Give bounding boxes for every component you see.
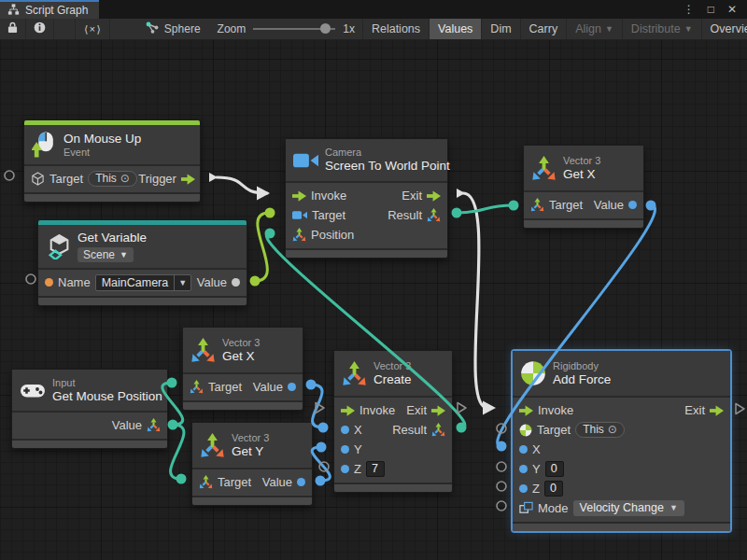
- node-ports: InvokeExit TargetResult Position: [286, 183, 447, 248]
- camera-icon: [293, 152, 318, 169]
- node-header[interactable]: CameraScreen To World Point: [286, 139, 447, 181]
- node-get-x-top[interactable]: Vector 3Get X TargetValue: [523, 145, 644, 229]
- flow-arrow-icon: [427, 190, 441, 202]
- view-button-carry[interactable]: Carry: [520, 19, 567, 39]
- node-header[interactable]: Get VariableScene▼: [38, 225, 247, 268]
- port-dot[interactable]: [288, 383, 296, 391]
- port-dot[interactable]: [519, 465, 528, 473]
- view-buttons: RelationsValuesDimCarryAlign▼Distribute▼…: [362, 19, 747, 39]
- node-header[interactable]: Vector 3Get X: [183, 328, 303, 372]
- view-button-overview[interactable]: Overview: [701, 19, 747, 39]
- port-label: Result: [388, 208, 422, 222]
- port-row: TargetThis ⊙Trigger: [24, 169, 200, 189]
- zoom-slider[interactable]: [253, 19, 335, 39]
- node-get-y[interactable]: Vector 3Get Y TargetValue: [191, 422, 313, 506]
- tab-script-graph[interactable]: Script Graph: [0, 0, 99, 19]
- node-subtitle: Event: [63, 147, 141, 159]
- node-title: Get X: [222, 349, 260, 364]
- node-subtitle: Vector 3: [222, 337, 260, 349]
- more-menu-icon[interactable]: ⋮: [679, 3, 699, 16]
- node-header[interactable]: RigidbodyAdd Force: [513, 351, 730, 396]
- port-dot[interactable]: [232, 278, 240, 287]
- node-header[interactable]: On Mouse UpEvent: [24, 125, 200, 164]
- node-ports: NameMainCamera▼Value: [38, 270, 247, 296]
- node-vector3-create[interactable]: Vector 3CreateInvokeExitXResult YZ7: [333, 350, 453, 493]
- view-button-label: Carry: [529, 22, 558, 35]
- node-subtitle: Rigidbody: [553, 360, 611, 372]
- zoom-slider-handle[interactable]: [320, 23, 331, 34]
- graph-toolbar: ⟨×⟩ Sphere Zoom 1x RelationsValuesDimCar…: [0, 19, 747, 40]
- port-dot[interactable]: [628, 201, 637, 209]
- node-header[interactable]: Vector 3Get X: [524, 146, 643, 190]
- port-dot[interactable]: [519, 445, 528, 454]
- node-rigidbody-add-force[interactable]: RigidbodyAdd ForceInvokeExit TargetThis …: [512, 350, 731, 532]
- node-header[interactable]: Vector 3Create: [334, 351, 452, 396]
- gamepad-icon: [20, 383, 46, 399]
- vector3-mini-icon: [190, 380, 204, 394]
- breadcrumb[interactable]: Sphere: [136, 19, 210, 39]
- view-button-dim[interactable]: Dim: [481, 19, 519, 39]
- node-screen-to-world-point[interactable]: CameraScreen To World PointInvokeExit Ta…: [285, 138, 448, 259]
- port-dot[interactable]: [45, 278, 53, 287]
- port-row: TargetValue: [524, 195, 643, 215]
- node-subtitle: Vector 3: [232, 432, 269, 444]
- maximize-icon[interactable]: □: [703, 3, 719, 16]
- port-label: Z: [354, 462, 361, 476]
- node-title: Screen To World Point: [325, 159, 440, 174]
- lock-icon: [7, 21, 18, 36]
- view-button-align[interactable]: Align▼: [566, 19, 622, 39]
- value-field[interactable]: 0: [545, 461, 564, 477]
- node-title: Get X: [563, 167, 600, 182]
- value-field[interactable]: 0: [544, 481, 563, 497]
- node-subtitle: Vector 3: [374, 360, 412, 372]
- node-ports: Value: [12, 413, 167, 439]
- flow-arrow-icon: [292, 190, 306, 202]
- zoom-level: 1x: [343, 22, 355, 35]
- vector3-icon: [531, 156, 557, 181]
- zoom-label: Zoom: [218, 22, 247, 35]
- port-label: Target: [537, 423, 571, 437]
- vector3-mini-icon: [147, 418, 161, 432]
- vector3-mini-icon: [431, 423, 445, 437]
- target-self-chip[interactable]: This ⊙: [575, 422, 625, 438]
- port-dot[interactable]: [519, 484, 528, 493]
- object-picker-icon[interactable]: ⊙: [120, 172, 130, 186]
- port-row: Y: [334, 440, 452, 459]
- node-ports: InvokeExit TargetThis ⊙XY0Z0ModeVelocity…: [513, 398, 730, 522]
- object-picker-icon[interactable]: ⊙: [608, 423, 617, 437]
- edit-graph-button[interactable]: ⟨×⟩: [75, 19, 110, 39]
- port-dot[interactable]: [341, 445, 349, 454]
- close-icon[interactable]: ✕: [723, 3, 741, 16]
- node-header[interactable]: Vector 3Get Y: [192, 423, 312, 468]
- port-row: Z7: [334, 459, 452, 479]
- lock-button[interactable]: [0, 19, 26, 39]
- view-button-distribute[interactable]: Distribute▼: [622, 19, 701, 39]
- target-self-chip[interactable]: This ⊙: [88, 171, 137, 187]
- port-label: X: [354, 423, 362, 437]
- port-label: Target: [549, 198, 583, 212]
- mouse-event-icon: [32, 132, 57, 158]
- port-row: InvokeExit: [334, 400, 452, 420]
- port-label: Name: [58, 275, 91, 289]
- port-label: Result: [392, 423, 427, 437]
- node-on-mouse-up[interactable]: On Mouse UpEventTargetThis ⊙Trigger: [23, 119, 201, 203]
- variable-name-dropdown[interactable]: MainCamera▼: [95, 274, 191, 291]
- port-label: Exit: [402, 189, 422, 203]
- view-button-relations[interactable]: Relations: [362, 19, 429, 39]
- flow-arrow-icon: [519, 405, 533, 416]
- chevron-down-icon[interactable]: ▼: [174, 275, 190, 290]
- port-label: Position: [311, 228, 354, 242]
- port-dot[interactable]: [341, 426, 349, 434]
- port-label: Value: [253, 380, 283, 394]
- mode-select[interactable]: Velocity Change▼: [573, 500, 684, 516]
- node-get-variable[interactable]: Get VariableScene▼NameMainCamera▼Value: [37, 219, 247, 306]
- value-field[interactable]: 7: [366, 461, 385, 477]
- node-get-x-mid[interactable]: Vector 3Get X TargetValue: [182, 327, 303, 411]
- node-header[interactable]: InputGet Mouse Position: [12, 370, 167, 411]
- view-button-values[interactable]: Values: [429, 19, 481, 39]
- variable-scope-dropdown[interactable]: Scene▼: [78, 247, 134, 262]
- port-dot[interactable]: [297, 478, 305, 486]
- port-dot[interactable]: [341, 465, 349, 473]
- inspect-button[interactable]: [26, 19, 54, 39]
- node-get-mouse-position[interactable]: InputGet Mouse PositionValue: [11, 369, 168, 449]
